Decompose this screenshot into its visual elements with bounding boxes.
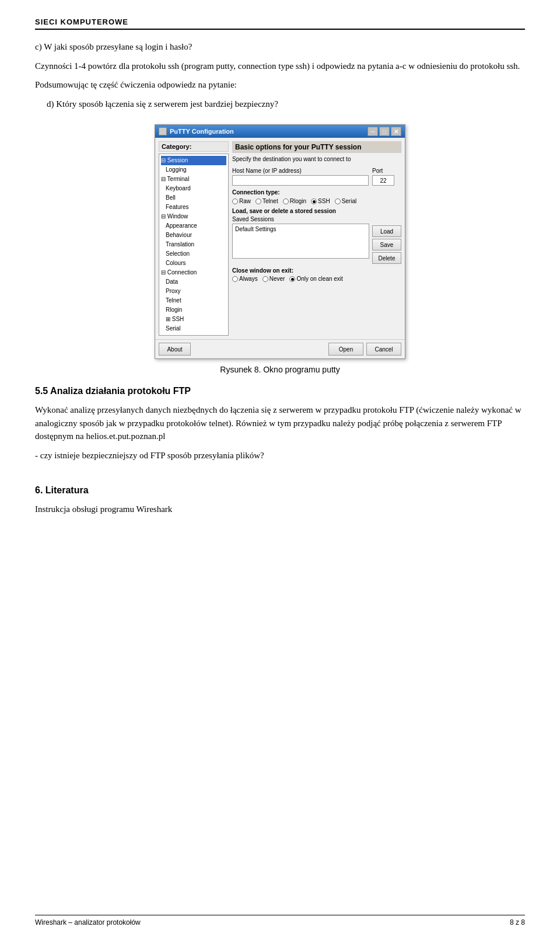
sessions-listbox[interactable]: Default Settings (232, 224, 369, 259)
tree-item-behaviour[interactable]: Behaviour (161, 231, 226, 240)
radio-telnet-circle (256, 198, 261, 204)
putty-body: Category: ⊟ Session Logging ⊟ Terminal K… (155, 138, 405, 339)
radio-rlogin-circle (283, 198, 289, 204)
section-55-content: Wykonać analizę przesyłanych danych niez… (35, 403, 525, 462)
exit-always-circle (232, 276, 238, 282)
putty-left-panel: Category: ⊟ Session Logging ⊟ Terminal K… (159, 141, 229, 336)
section-6-content: Instrukcja obsługi programu Wireshark (35, 503, 525, 516)
tree-item-serial[interactable]: Serial (161, 324, 226, 333)
radio-serial-circle (335, 198, 341, 204)
exit-always-label: Always (239, 276, 258, 282)
tree-item-translation[interactable]: Translation (161, 240, 226, 249)
radio-telnet-label: Telnet (262, 198, 278, 204)
delete-button[interactable]: Delete (372, 252, 401, 264)
ftp-paragraph1: Wykonać analizę przesyłanych danych niez… (35, 403, 525, 443)
port-input[interactable] (372, 175, 394, 186)
tree-item-features[interactable]: Features (161, 203, 226, 212)
putty-container: PuTTY Configuration ─ □ ✕ Category: ⊟ Se… (35, 124, 525, 374)
tree-item-proxy[interactable]: Proxy (161, 287, 226, 296)
footer-right: 8 z 8 (510, 918, 525, 926)
radio-ssh[interactable]: SSH (311, 198, 330, 204)
radio-rlogin[interactable]: Rlogin (283, 198, 306, 204)
question-d: d) Który sposób łączenia się z serwerem … (47, 97, 525, 111)
about-button[interactable]: About (159, 343, 191, 356)
tree-item-appearance[interactable]: Appearance (161, 221, 226, 231)
session-default[interactable]: Default Settings (234, 225, 368, 233)
exit-options-row: Always Never Only on clean exit (232, 276, 401, 282)
tree-item-data[interactable]: Data (161, 277, 226, 287)
putty-titlebar-controls: ─ □ ✕ (368, 127, 401, 136)
exit-clean-circle (289, 276, 295, 282)
tree-item-terminal[interactable]: ⊟ Terminal (161, 175, 226, 184)
open-button[interactable]: Open (328, 343, 363, 356)
tree-item-logging[interactable]: Logging (161, 165, 226, 175)
category-label: Category: (159, 141, 229, 152)
radio-ssh-circle (311, 198, 317, 204)
radio-telnet[interactable]: Telnet (256, 198, 278, 204)
exit-never-circle (262, 276, 268, 282)
intro-text: Czynności 1-4 powtórz dla protokołu ssh … (35, 60, 525, 73)
action-buttons: Open Cancel (328, 343, 401, 356)
tree-item-selection[interactable]: Selection (161, 249, 226, 259)
conn-type-label: Connection type: (232, 189, 401, 196)
exit-clean[interactable]: Only on clean exit (289, 276, 343, 282)
close-window-label: Close window on exit: (232, 267, 401, 274)
tree-item-ssh[interactable]: ⊞ SSH (161, 315, 226, 324)
section-55-heading: 5.5 Analiza działania protokołu FTP (35, 386, 525, 396)
connection-type-row: Raw Telnet Rlogin SSH (232, 198, 401, 204)
radio-raw[interactable]: Raw (232, 198, 251, 204)
footer-left: Wireshark – analizator protokołów (35, 918, 141, 926)
maximize-button[interactable]: □ (379, 127, 390, 136)
question-c: c) W jaki sposób przesyłane są login i h… (35, 40, 525, 54)
tree-item-window[interactable]: ⊟ Window (161, 212, 226, 221)
host-input[interactable] (232, 175, 369, 186)
section-desc: Specify the destination you want to conn… (232, 155, 401, 163)
radio-ssh-label: SSH (318, 198, 330, 204)
putty-titlebar-left: PuTTY Configuration (159, 127, 243, 135)
port-label: Port (372, 168, 401, 174)
header-bar: SIECI KOMPUTEROWE (35, 18, 525, 30)
putty-window: PuTTY Configuration ─ □ ✕ Category: ⊟ Se… (155, 124, 405, 359)
session-row: Saved Sessions Default Settings Load Sav… (232, 216, 401, 264)
exit-always[interactable]: Always (232, 276, 258, 282)
saved-sessions-label: Saved Sessions (232, 216, 369, 222)
session-label: Load, save or delete a stored session (232, 208, 401, 214)
footer-bar: Wireshark – analizator protokołów 8 z 8 (35, 915, 525, 926)
putty-title: PuTTY Configuration (170, 128, 234, 135)
save-button[interactable]: Save (372, 239, 401, 250)
tree-item-rlogin[interactable]: Rlogin (161, 305, 226, 315)
tree-item-connection[interactable]: ⊟ Connection (161, 268, 226, 277)
minimize-button[interactable]: ─ (368, 127, 378, 136)
figure-caption: Rysunek 8. Okno programu putty (220, 365, 340, 374)
radio-serial[interactable]: Serial (335, 198, 357, 204)
tree-item-keyboard[interactable]: Keyboard (161, 184, 226, 193)
putty-right-panel: Basic options for your PuTTY session Spe… (232, 141, 401, 336)
content: c) W jaki sposób przesyłane są login i h… (35, 40, 525, 110)
sessions-list: Saved Sessions Default Settings (232, 216, 369, 259)
host-label: Host Name (or IP address) (232, 168, 369, 174)
session-buttons: Load Save Delete (372, 216, 401, 264)
close-button[interactable]: ✕ (391, 127, 401, 136)
ftp-paragraph2: - czy istnieje bezpieczniejszy od FTP sp… (35, 449, 525, 462)
exit-never-label: Never (270, 276, 285, 282)
header-title: SIECI KOMPUTEROWE (35, 18, 128, 26)
literature-paragraph: Instrukcja obsługi programu Wireshark (35, 503, 525, 516)
radio-serial-label: Serial (342, 198, 357, 204)
cancel-button[interactable]: Cancel (366, 343, 401, 356)
tree-item-telnet[interactable]: Telnet (161, 296, 226, 305)
question-d-intro: Podsumowując tę część ćwiczenia odpowied… (35, 78, 525, 92)
tree-item-colours[interactable]: Colours (161, 259, 226, 268)
section-title: Basic options for your PuTTY session (232, 141, 401, 153)
exit-clean-label: Only on clean exit (296, 276, 343, 282)
putty-titlebar: PuTTY Configuration ─ □ ✕ (155, 125, 405, 138)
tree-item-session[interactable]: ⊟ Session (161, 156, 226, 165)
exit-never[interactable]: Never (262, 276, 285, 282)
radio-raw-label: Raw (239, 198, 251, 204)
tree-item-bell[interactable]: Bell (161, 193, 226, 203)
radio-rlogin-label: Rlogin (290, 198, 306, 204)
page: SIECI KOMPUTEROWE c) W jaki sposób przes… (0, 0, 560, 944)
putty-app-icon (159, 127, 167, 135)
load-button[interactable]: Load (372, 225, 401, 237)
putty-bottom-bar: About Open Cancel (155, 339, 405, 358)
radio-raw-circle (232, 198, 238, 204)
